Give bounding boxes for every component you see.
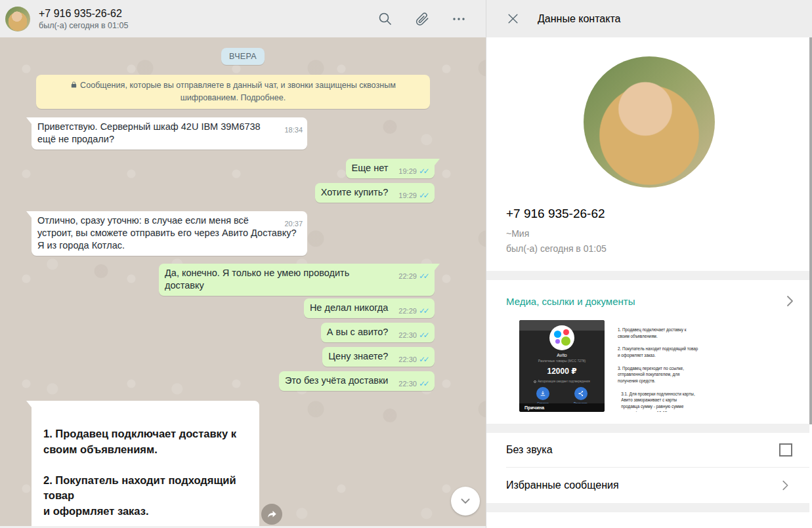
message-meta: 19:29✓✓ — [398, 192, 430, 200]
chat-settings-card: Без звука Избранные сообщения — [486, 433, 812, 503]
contact-photo — [584, 56, 715, 188]
message-meta: 22:30✓✓ — [398, 355, 430, 364]
avito-app-name: Avito — [557, 353, 566, 357]
close-icon[interactable] — [504, 10, 521, 28]
message-text: Да, конечно. Я только не умею проводить … — [165, 268, 349, 291]
incoming-image-message[interactable]: 1. Продавец подключает доставку к своим … — [32, 401, 259, 528]
contact-photo-large[interactable] — [584, 56, 715, 188]
scroll-to-bottom-button[interactable] — [451, 487, 480, 516]
message-row: 1. Продавец подключает доставку к своим … — [0, 401, 486, 528]
message-text: 1. Продавец подключает доставку к своим … — [43, 428, 236, 528]
outgoing-message[interactable]: 22:30✓✓ Это без учёта доставки — [279, 371, 435, 391]
message-time: 22:30 — [398, 380, 417, 388]
encryption-notice-text: Сообщения, которые вы отправляете в данн… — [80, 81, 396, 102]
contact-photo-small — [5, 7, 30, 31]
media-thumb-avito-receipt[interactable]: Avito Различные товары (MCC 7278) 12000 … — [519, 320, 605, 412]
avito-amount: 12000 ₽ — [547, 367, 576, 376]
contact-push-name: ~Мия — [506, 228, 792, 239]
contact-info-panel: Данные контакта +7 916 935-26-62 ~Мия бы… — [486, 0, 812, 528]
menu-icon[interactable] — [450, 10, 467, 28]
message-row: 22:30✓✓ Это без учёта доставки — [0, 371, 486, 391]
message-time: 22:29 — [398, 272, 417, 281]
message-row: 22:29✓✓ Не делал никогда — [0, 298, 486, 318]
chevron-right-icon — [778, 478, 792, 493]
message-row: 22:29✓✓ Да, конечно. Я только не умею пр… — [0, 264, 486, 296]
message-text: Не делал никогда — [310, 302, 388, 313]
read-receipt-icon: ✓✓ — [419, 192, 430, 200]
chat-pane: +7 916 935-26-62 был(-а) сегодня в 01:05… — [0, 0, 486, 528]
chat-header-info[interactable]: +7 916 935-26-62 был(-а) сегодня в 01:05 — [39, 7, 377, 31]
media-thumb-instructions[interactable]: 1. Продавец подключает доставку к своим … — [610, 320, 762, 412]
outgoing-message[interactable]: 22:29✓✓ Не делал никогда — [304, 298, 435, 318]
message-meta: 22:29✓✓ — [398, 307, 430, 315]
contact-name: +7 916 935-26-62 — [39, 7, 377, 20]
avatar[interactable] — [5, 7, 30, 31]
avito-footer: Причина — [519, 403, 605, 412]
message-meta: 22:30✓✓ — [398, 331, 430, 340]
contact-last-seen-detail: был(-а) сегодня в 01:05 — [506, 243, 792, 254]
search-icon[interactable] — [377, 10, 394, 28]
outgoing-message[interactable]: 19:29✓✓ Хотите купить? — [315, 183, 435, 203]
outgoing-message[interactable]: 19:29✓✓ Еще нет — [346, 159, 435, 178]
outgoing-message[interactable]: 22:30✓✓ Цену знаете? — [322, 347, 435, 367]
panel-header: Данные контакта — [486, 0, 812, 37]
whatsapp-window: +7 916 935-26-62 был(-а) сегодня в 01:05… — [0, 0, 812, 528]
encryption-notice[interactable]: Сообщения, которые вы отправляете в данн… — [36, 75, 430, 109]
message-text: Еще нет — [352, 163, 389, 173]
message-text: Цену знаете? — [328, 351, 388, 361]
message-time: 22:29 — [398, 307, 417, 315]
attach-icon[interactable] — [414, 10, 431, 28]
chat-header-actions — [377, 10, 473, 28]
media-links-docs-row[interactable]: Медиа, ссылки и документы — [506, 293, 798, 309]
panel-scrollbar[interactable] — [809, 37, 812, 528]
message-text: А вы с авито? — [327, 327, 389, 337]
avito-logo-icon — [549, 325, 574, 350]
message-time: 22:30 — [398, 355, 417, 364]
outgoing-message[interactable]: 22:30✓✓ А вы с авито? — [321, 323, 435, 342]
message-row: 18:34 Приветствую. Серверный шкаф 42U IB… — [0, 117, 486, 150]
avito-dot-purple — [555, 339, 560, 344]
avito-dot-green — [561, 336, 570, 346]
contact-phone: +7 916 935-26-62 — [506, 207, 792, 221]
avito-dot-red — [563, 329, 569, 335]
receipt-icon — [536, 387, 549, 400]
avito-category: Различные товары (MCC 7278) — [538, 359, 586, 363]
incoming-message[interactable]: 20:37 Отлично, сразу уточню: в случае ес… — [32, 211, 307, 256]
contact-profile-card: +7 916 935-26-62 ~Мия был(-а) сегодня в … — [486, 37, 812, 271]
read-receipt-icon: ✓✓ — [419, 380, 430, 388]
mute-checkbox[interactable] — [779, 443, 792, 457]
status-dot-icon — [534, 380, 536, 383]
incoming-message[interactable]: 18:34 Приветствую. Серверный шкаф 42U IB… — [32, 117, 307, 150]
starred-label: Избранные сообщения — [506, 479, 619, 491]
mute-label: Без звука — [506, 444, 553, 456]
panel-title: Данные контакта — [538, 13, 620, 25]
mute-row[interactable]: Без звука — [486, 433, 812, 467]
forward-icon[interactable] — [261, 504, 282, 525]
info-card: Сведения и номер телефона — [486, 512, 812, 528]
media-thumbnails: Avito Различные товары (MCC 7278) 12000 … — [506, 320, 798, 412]
message-time: 22:30 — [398, 331, 417, 340]
message-text: Это без учёта доставки — [285, 375, 388, 386]
read-receipt-icon: ✓✓ — [419, 355, 430, 364]
message-row: 19:29✓✓ Хотите купить? — [0, 183, 486, 203]
message-text: Отлично, сразу уточню: в случае если мен… — [37, 215, 296, 251]
avito-dot-blue — [554, 331, 561, 338]
message-meta: 22:30✓✓ — [398, 380, 430, 388]
outgoing-message[interactable]: 22:29✓✓ Да, конечно. Я только не умею пр… — [159, 264, 435, 296]
panel-scroll-area: +7 916 935-26-62 ~Мия был(-а) сегодня в … — [486, 37, 812, 528]
message-row: 22:30✓✓ А вы с авито? — [0, 323, 486, 342]
message-meta: 18:34 — [284, 126, 303, 134]
media-section-label: Медиа, ссылки и документы — [506, 296, 635, 307]
message-meta: 19:29✓✓ — [398, 167, 430, 176]
starred-messages-row[interactable]: Избранные сообщения — [486, 468, 812, 503]
message-row: 19:29✓✓ Еще нет — [0, 159, 486, 178]
chevron-right-icon — [782, 293, 798, 309]
message-row: 22:30✓✓ Цену знаете? — [0, 347, 486, 367]
scrollbar-thumb[interactable] — [809, 37, 812, 424]
read-receipt-icon: ✓✓ — [419, 331, 430, 340]
chat-header: +7 916 935-26-62 был(-а) сегодня в 01:05 — [0, 0, 486, 37]
avito-status-text: Авторизация ожидает подтверждения — [538, 380, 589, 383]
chat-wallpaper: ВЧЕРА Сообщения, которые вы отправляете … — [0, 37, 486, 528]
read-receipt-icon: ✓✓ — [419, 272, 430, 281]
message-text: Приветствую. Серверный шкаф 42U IBM 39M6… — [37, 121, 261, 144]
